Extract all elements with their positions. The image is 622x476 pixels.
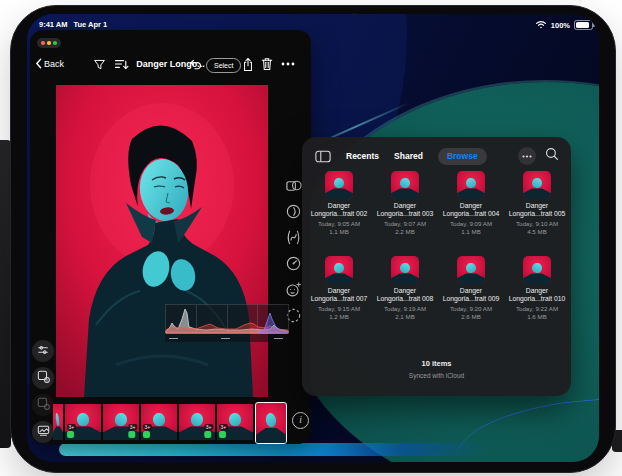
icloud-sync-status: Synced with iCloud — [302, 372, 571, 379]
ipad-device: 9:41 AM Tue Apr 1 100% — [10, 5, 616, 473]
curves-tool-button[interactable] — [284, 230, 303, 249]
left-tool-column — [32, 340, 54, 443]
file-thumbnail — [325, 256, 353, 284]
file-thumbnail — [325, 171, 353, 199]
file-thumbnail — [523, 256, 551, 284]
file-item[interactable]: DangerLongoria...trait 005 Today, 9:10 A… — [506, 171, 568, 236]
files-tabs: Recents Shared Browse — [346, 145, 487, 167]
status-bar: 9:41 AM Tue Apr 1 100% — [27, 17, 599, 31]
filmstrip-thumb[interactable]: 3+ — [179, 404, 215, 440]
presets-tool-button[interactable] — [284, 178, 303, 197]
file-item[interactable]: DangerLongoria...trait 010 Today, 9:22 A… — [506, 256, 568, 321]
ipad-screen: 9:41 AM Tue Apr 1 100% — [27, 14, 599, 462]
filmstrip-thumb[interactable]: 3+ — [65, 404, 101, 440]
filmstrip-thumb-selected[interactable] — [255, 402, 287, 444]
file-thumbnail — [391, 256, 419, 284]
undo-button[interactable] — [188, 54, 202, 74]
histogram-labels — [165, 334, 287, 342]
ellipsis-icon — [281, 62, 295, 66]
funnel-icon — [93, 58, 106, 71]
trash-icon — [261, 57, 273, 71]
filmstrip-thumb[interactable]: 3+ — [141, 404, 177, 440]
curves-icon — [285, 229, 302, 250]
delete-button[interactable] — [261, 54, 273, 74]
tab-browse-active[interactable]: Browse — [438, 148, 487, 165]
share-button[interactable] — [242, 54, 254, 74]
sliders-icon — [37, 342, 49, 360]
filmstrip-thumb[interactable]: 3+ — [103, 404, 139, 440]
sort-lines-icon — [114, 58, 129, 70]
files-toolbar: Recents Shared Browse — [302, 145, 571, 167]
edit-badge: 3+ — [204, 424, 213, 439]
file-thumbnail — [457, 171, 485, 199]
wifi-icon — [535, 19, 547, 31]
search-icon — [545, 147, 559, 165]
file-item[interactable]: DangerLongoria...trait 008 Today, 9:19 A… — [374, 256, 436, 321]
files-count: 10 items — [302, 359, 571, 368]
filmstrip-thumb[interactable]: 3+ — [217, 404, 253, 440]
files-browser-window: Recents Shared Browse — [302, 137, 571, 396]
status-time: 9:41 AM — [39, 20, 67, 29]
file-item[interactable]: DangerLongoria...trait 007 Today, 9:15 A… — [308, 256, 370, 321]
editor-toolbar: Back Danger Longo... — [30, 54, 311, 74]
dial-icon — [285, 255, 302, 276]
gallery-icon — [37, 423, 50, 441]
edit-badge: 3+ — [128, 424, 137, 439]
marketing-canvas: 9:41 AM Tue Apr 1 100% — [0, 0, 622, 476]
share-icon — [242, 57, 254, 72]
file-item[interactable]: DangerLongoria...trait 009 Today, 9:20 A… — [440, 256, 502, 321]
tab-recents[interactable]: Recents — [346, 151, 379, 161]
sort-button[interactable] — [114, 54, 129, 74]
edited-indicator — [67, 431, 74, 438]
close-dot[interactable] — [41, 41, 45, 45]
histogram-panel — [165, 304, 287, 342]
file-item[interactable]: DangerLongoria...trait 002 Today, 9:05 A… — [308, 171, 370, 236]
files-more-button[interactable] — [518, 147, 536, 165]
select-label: Select — [214, 62, 233, 69]
status-date: Tue Apr 1 — [73, 20, 107, 29]
info-button[interactable]: i — [292, 412, 309, 429]
adjust-flags-button[interactable] — [32, 340, 54, 362]
back-label: Back — [44, 59, 64, 69]
edited-indicator — [143, 431, 150, 438]
battery-icon — [574, 20, 593, 31]
retouch-face-icon — [285, 281, 302, 302]
more-button[interactable] — [281, 54, 295, 74]
filmstrip: 3+ 3+ 3+ 3+ 3+ — [53, 404, 287, 446]
undo-icon — [188, 58, 202, 70]
select-button[interactable]: Select — [206, 58, 241, 73]
zoom-dot[interactable] — [53, 41, 57, 45]
retouch-tool-button[interactable] — [284, 282, 303, 301]
edit-badge: 3+ — [143, 424, 152, 439]
edit-badge: 3+ — [219, 424, 228, 439]
battery-percent: 100% — [551, 21, 570, 30]
main-photo[interactable] — [56, 85, 268, 397]
file-thumbnail — [523, 171, 551, 199]
chevron-left-icon — [35, 58, 42, 71]
histogram-plot — [165, 304, 289, 334]
white-balance-tool-button[interactable] — [284, 204, 303, 223]
file-item[interactable]: DangerLongoria...trait 003 Today, 9:07 A… — [374, 171, 436, 236]
edited-indicator — [219, 431, 226, 438]
export-settings-button[interactable] — [32, 367, 54, 389]
sidebar-toggle-button[interactable] — [315, 149, 331, 167]
library-button[interactable] — [32, 421, 54, 443]
frame-gear-icon — [37, 369, 50, 387]
minimize-dot[interactable] — [47, 41, 51, 45]
batch-button-disabled — [32, 394, 54, 416]
photo-editor-window: Back Danger Longo... — [30, 30, 311, 444]
search-button[interactable] — [543, 147, 561, 165]
window-controls[interactable] — [37, 38, 61, 48]
white-balance-icon — [285, 203, 302, 224]
edited-indicator — [204, 431, 211, 438]
tab-shared[interactable]: Shared — [394, 151, 423, 161]
file-thumbnail — [457, 256, 485, 284]
filmstrip-thumb[interactable] — [53, 404, 63, 440]
filter-button[interactable] — [93, 54, 106, 74]
back-button[interactable]: Back — [35, 54, 64, 74]
file-item[interactable]: DangerLongoria...trait 004 Today, 9:09 A… — [440, 171, 502, 236]
frame-gear-icon — [37, 396, 50, 414]
file-thumbnail — [391, 171, 419, 199]
dial-tool-button[interactable] — [284, 256, 303, 275]
presets-icon — [285, 177, 302, 198]
